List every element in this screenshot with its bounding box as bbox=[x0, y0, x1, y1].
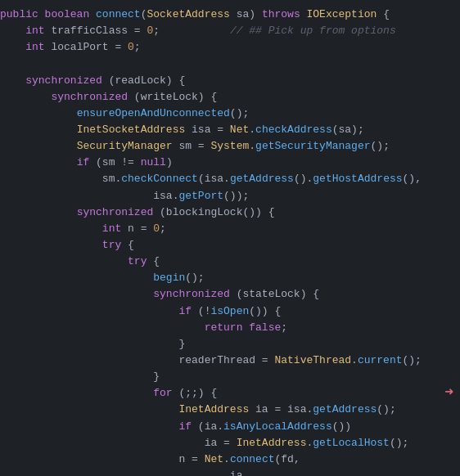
code-token: // ## Pick up from options bbox=[230, 23, 396, 39]
code-token: sm = bbox=[173, 138, 211, 155]
code-token: SecurityManager bbox=[77, 138, 173, 155]
code-token bbox=[0, 468, 230, 476]
table-row: if (sm != null) bbox=[0, 155, 460, 171]
code-token: getHostAddress bbox=[313, 171, 402, 187]
table-row: if (ia.isAnyLocalAddress()) bbox=[0, 419, 460, 435]
code-token bbox=[0, 155, 77, 171]
code-token: getSecurityManager bbox=[255, 138, 370, 155]
table-row bbox=[0, 56, 460, 72]
code-editor: public boolean connect(SocketAddress sa)… bbox=[0, 0, 460, 476]
code-token: for bbox=[153, 385, 172, 402]
code-token: (stateLock) { bbox=[230, 286, 319, 303]
table-row: synchronized (writeLock) { bbox=[0, 89, 460, 106]
code-token: InetAddress bbox=[178, 402, 249, 418]
code-token bbox=[0, 369, 153, 385]
table-row: return false; bbox=[0, 320, 460, 336]
table-row: readerThread = NativeThread.current(); bbox=[0, 353, 460, 369]
table-row: } bbox=[0, 336, 460, 353]
code-token: getPort bbox=[178, 188, 223, 204]
code-token: . bbox=[249, 138, 255, 155]
code-token bbox=[0, 435, 205, 451]
code-token: if bbox=[77, 155, 90, 171]
code-token: ) bbox=[166, 155, 173, 171]
code-token: return bbox=[205, 320, 243, 336]
code-token: (fd, bbox=[274, 451, 300, 468]
code-token: n bbox=[178, 451, 185, 468]
code-token bbox=[242, 320, 249, 336]
code-token: (;;) { bbox=[173, 385, 218, 402]
code-token bbox=[0, 138, 77, 155]
code-token: ia bbox=[205, 435, 218, 451]
code-token: InetSocketAddress bbox=[77, 122, 186, 138]
code-token bbox=[0, 204, 77, 221]
code-token: public bbox=[0, 7, 45, 23]
code-token bbox=[0, 254, 128, 270]
table-row: synchronized (readLock) { bbox=[0, 73, 460, 89]
code-token bbox=[0, 353, 178, 369]
code-token: null bbox=[141, 155, 166, 171]
code-token: = bbox=[255, 353, 274, 369]
code-token: ; bbox=[134, 39, 141, 56]
code-token: getAddress bbox=[230, 171, 294, 187]
code-token: throws bbox=[262, 7, 307, 23]
code-token: false bbox=[249, 320, 281, 336]
code-token: if bbox=[178, 303, 192, 320]
code-token: ia = isa. bbox=[249, 402, 313, 418]
code-token: (writeLock) { bbox=[128, 89, 217, 106]
code-token: ; bbox=[160, 221, 166, 237]
code-token: System bbox=[210, 138, 249, 155]
table-row: ia = InetAddress.getLocalHost(); bbox=[0, 435, 460, 451]
code-token: Net bbox=[230, 122, 249, 138]
code-token: ; bbox=[153, 23, 230, 39]
code-token: getLocalHost bbox=[313, 435, 390, 451]
code-token bbox=[0, 320, 205, 336]
code-token: ()) bbox=[332, 419, 351, 435]
code-token: ; bbox=[281, 320, 287, 336]
code-token: IOException bbox=[307, 7, 377, 23]
code-token: (! bbox=[192, 303, 210, 320]
code-token: 0 bbox=[147, 23, 153, 39]
table-row: InetSocketAddress isa = Net.checkAddress… bbox=[0, 122, 460, 138]
code-token: isOpen bbox=[210, 303, 249, 320]
code-token: (); bbox=[185, 270, 204, 286]
table-row: try { bbox=[0, 237, 460, 254]
code-token: begin bbox=[153, 270, 185, 286]
code-token: sa) bbox=[230, 7, 262, 23]
table-row: sm.checkConnect(isa.getAddress().getHost… bbox=[0, 171, 460, 187]
code-token: checkAddress bbox=[255, 122, 332, 138]
code-token: { bbox=[121, 237, 134, 254]
code-token bbox=[0, 171, 102, 187]
code-lines: public boolean connect(SocketAddress sa)… bbox=[0, 7, 460, 476]
code-token bbox=[0, 402, 178, 418]
table-row: synchronized (stateLock) { bbox=[0, 286, 460, 303]
code-token: synchronized bbox=[153, 286, 230, 303]
code-token: } bbox=[153, 369, 160, 385]
code-token: current bbox=[358, 353, 403, 369]
code-token: boolean bbox=[45, 7, 96, 23]
code-token: (sa); bbox=[332, 122, 364, 138]
code-token: (), bbox=[403, 171, 422, 187]
table-row: } bbox=[0, 369, 460, 385]
code-token: ()); bbox=[223, 188, 249, 204]
code-token bbox=[0, 270, 153, 286]
code-token: isa = bbox=[185, 122, 230, 138]
table-row: int localPort = 0; bbox=[0, 39, 460, 56]
code-token: ()) { bbox=[249, 303, 281, 320]
code-token: (); bbox=[403, 353, 422, 369]
table-row: try { bbox=[0, 254, 460, 270]
code-token: SocketAddress bbox=[147, 7, 229, 23]
code-token: if bbox=[178, 419, 192, 435]
table-row: begin(); bbox=[0, 270, 460, 286]
code-token: (); bbox=[230, 106, 249, 122]
code-token: (); bbox=[371, 138, 390, 155]
code-token: try bbox=[102, 237, 121, 254]
code-token bbox=[0, 336, 178, 353]
code-token: localPort = bbox=[45, 39, 128, 56]
table-row: ensureOpenAndUnconnected(); bbox=[0, 106, 460, 122]
code-token: n = bbox=[121, 221, 153, 237]
table-row: SecurityManager sm = System.getSecurityM… bbox=[0, 138, 460, 155]
code-token bbox=[0, 23, 25, 39]
code-token: InetAddress bbox=[237, 435, 307, 451]
code-token bbox=[0, 303, 178, 320]
code-token: (sm != bbox=[89, 155, 140, 171]
